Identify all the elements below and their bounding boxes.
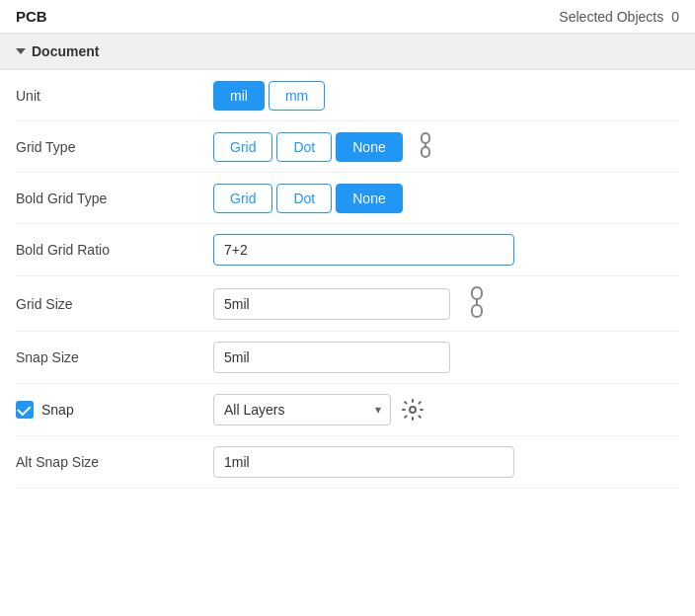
alt-snap-size-label: Alt Snap Size xyxy=(16,454,213,470)
section-label: Document xyxy=(32,43,99,59)
bold-grid-type-none-button[interactable]: None xyxy=(336,184,402,213)
grid-type-row: Grid Type Grid Dot None xyxy=(16,121,679,173)
unit-btn-group: mil mm xyxy=(213,81,325,111)
chain-link-icon-gridsize[interactable] xyxy=(466,286,488,321)
bold-grid-type-label: Bold Grid Type xyxy=(16,191,213,206)
grid-type-control: Grid Dot None xyxy=(213,131,679,162)
bold-grid-type-grid-button[interactable]: Grid xyxy=(213,184,272,213)
grid-size-label: Grid Size xyxy=(16,296,213,312)
grid-type-dot-button[interactable]: Dot xyxy=(276,132,332,162)
svg-rect-0 xyxy=(422,133,429,143)
grid-type-grid-button[interactable]: Grid xyxy=(213,132,272,162)
bold-grid-ratio-row: Bold Grid Ratio xyxy=(16,224,679,276)
chevron-down-icon xyxy=(16,48,26,54)
grid-size-row: Grid Size xyxy=(16,276,679,332)
snap-size-input[interactable] xyxy=(213,342,450,373)
chain-link-icon-gridtype[interactable] xyxy=(415,131,436,162)
snap-dropdown-wrapper: All Layers Current Layer None ▾ xyxy=(213,394,391,425)
snap-dropdown[interactable]: All Layers Current Layer None xyxy=(213,394,391,425)
alt-snap-size-control xyxy=(213,446,679,478)
bold-grid-type-dot-button[interactable]: Dot xyxy=(276,184,332,213)
snap-size-control xyxy=(213,342,679,373)
snap-checkbox[interactable] xyxy=(16,401,34,419)
properties-panel: Unit mil mm Grid Type Grid Dot None xyxy=(0,70,695,489)
svg-rect-1 xyxy=(422,147,429,157)
bold-grid-type-control: Grid Dot None xyxy=(213,184,679,213)
snap-size-row: Snap Size xyxy=(16,332,679,384)
snap-left: Snap xyxy=(16,401,213,419)
selected-count: 0 xyxy=(671,9,679,25)
bold-grid-ratio-control xyxy=(213,234,679,266)
snap-label: Snap xyxy=(41,402,74,418)
grid-size-input[interactable] xyxy=(213,288,450,320)
alt-snap-size-row: Alt Snap Size xyxy=(16,436,679,489)
grid-type-label: Grid Type xyxy=(16,139,213,155)
snap-gear-icon[interactable] xyxy=(399,396,426,424)
bold-grid-ratio-label: Bold Grid Ratio xyxy=(16,242,213,258)
unit-row: Unit mil mm xyxy=(16,70,679,121)
unit-control: mil mm xyxy=(213,81,679,111)
grid-type-btn-group: Grid Dot None xyxy=(213,132,403,162)
svg-point-6 xyxy=(410,407,416,413)
section-document[interactable]: Document xyxy=(0,34,695,70)
bold-grid-ratio-input[interactable] xyxy=(213,234,514,266)
snap-size-label: Snap Size xyxy=(16,349,213,365)
bold-grid-type-row: Bold Grid Type Grid Dot None xyxy=(16,173,679,224)
bold-grid-type-btn-group: Grid Dot None xyxy=(213,184,403,213)
app-title: PCB xyxy=(16,8,47,25)
grid-size-control xyxy=(213,286,679,321)
unit-mm-button[interactable]: mm xyxy=(269,81,325,111)
svg-rect-4 xyxy=(472,305,482,317)
header-right: Selected Objects 0 xyxy=(559,9,679,25)
selected-objects-label: Selected Objects xyxy=(559,9,663,25)
snap-right: All Layers Current Layer None ▾ xyxy=(213,394,679,425)
header: PCB Selected Objects 0 xyxy=(0,0,695,34)
unit-label: Unit xyxy=(16,88,213,104)
grid-type-none-button[interactable]: None xyxy=(336,132,402,162)
snap-row: Snap All Layers Current Layer None ▾ xyxy=(16,384,679,436)
alt-snap-size-input[interactable] xyxy=(213,446,514,478)
unit-mil-button[interactable]: mil xyxy=(213,81,265,111)
svg-rect-3 xyxy=(472,287,482,299)
